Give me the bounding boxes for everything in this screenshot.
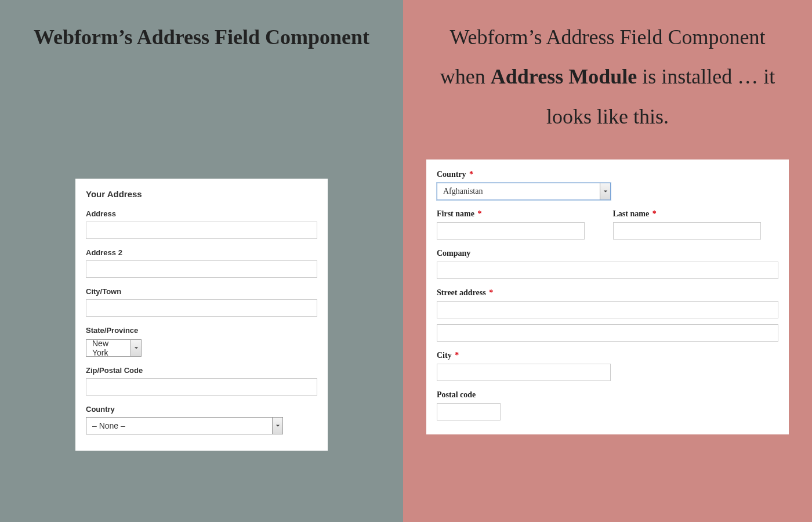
headline-left: Webform’s Address Field Component — [23, 17, 380, 57]
field-address: Address — [86, 209, 317, 239]
country-value-r: Afghanistan — [437, 183, 600, 200]
country-label: Country — [86, 405, 317, 414]
state-value: New York — [86, 340, 130, 356]
city-label-r: City * — [437, 351, 778, 360]
address2-input[interactable] — [86, 260, 317, 278]
lastname-input[interactable] — [613, 222, 761, 240]
country-label-r: Country * — [437, 170, 778, 179]
street-input-2[interactable] — [437, 324, 778, 342]
company-input[interactable] — [437, 262, 778, 279]
address-form-module: Country * Afghanistan First name * Last … — [426, 160, 789, 434]
comparison-container: Webform’s Address Field Component Your A… — [0, 0, 812, 522]
required-asterisk: * — [477, 209, 481, 218]
state-label: State/Province — [86, 326, 317, 335]
address-form-basic: Your Address Address Address 2 City/Town… — [75, 179, 328, 451]
field-firstname: First name * — [437, 209, 603, 240]
chevron-down-icon — [130, 340, 141, 356]
firstname-input[interactable] — [437, 222, 585, 240]
zip-input[interactable] — [86, 378, 317, 396]
headline-right: Webform’s Address Field Component when A… — [426, 17, 789, 136]
postal-label: Postal code — [437, 390, 778, 400]
panel-address-module: Webform’s Address Field Component when A… — [403, 0, 812, 522]
field-street2 — [437, 324, 778, 342]
field-street1: Street address * — [437, 288, 778, 318]
lastname-label: Last name * — [613, 209, 779, 219]
headline-right-bold: Address Module — [491, 65, 637, 88]
state-select[interactable]: New York — [86, 339, 142, 357]
required-asterisk: * — [469, 170, 473, 179]
company-label: Company — [437, 249, 778, 258]
required-asterisk: * — [455, 351, 459, 360]
zip-label: Zip/Postal Code — [86, 366, 317, 375]
city-input[interactable] — [86, 299, 317, 317]
chevron-down-icon — [600, 183, 610, 200]
field-city-r: City * — [437, 351, 778, 381]
field-zip: Zip/Postal Code — [86, 366, 317, 396]
address-label: Address — [86, 209, 317, 218]
field-postal: Postal code — [437, 390, 778, 420]
required-asterisk: * — [489, 288, 493, 297]
required-asterisk: * — [652, 209, 657, 218]
field-country-r: Country * Afghanistan — [437, 170, 778, 200]
chevron-down-icon — [272, 418, 282, 434]
field-company: Company — [437, 249, 778, 279]
field-country: Country – None – — [86, 405, 317, 434]
country-select-r[interactable]: Afghanistan — [437, 183, 611, 200]
postal-input[interactable] — [437, 403, 501, 420]
field-lastname: Last name * — [613, 209, 779, 240]
name-row: First name * Last name * — [437, 209, 778, 249]
city-input-r[interactable] — [437, 364, 611, 381]
country-value: – None – — [86, 418, 272, 434]
city-label: City/Town — [86, 287, 317, 296]
field-city: City/Town — [86, 287, 317, 317]
form-title: Your Address — [86, 189, 317, 199]
field-state: State/Province New York — [86, 326, 317, 357]
street-input-1[interactable] — [437, 301, 778, 318]
street-label: Street address * — [437, 288, 778, 298]
field-address2: Address 2 — [86, 248, 317, 278]
panel-basic-address: Webform’s Address Field Component Your A… — [0, 0, 403, 522]
address-input[interactable] — [86, 222, 317, 239]
address2-label: Address 2 — [86, 248, 317, 257]
firstname-label: First name * — [437, 209, 603, 219]
country-select[interactable]: – None – — [86, 417, 283, 434]
